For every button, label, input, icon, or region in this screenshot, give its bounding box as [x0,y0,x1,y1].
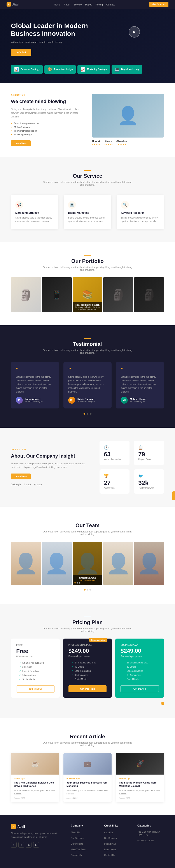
team-title: Our Team [11,522,164,529]
portfolio-3-overlay: Real design Inspiration Sitting proudly … [73,302,103,312]
pro-cta-button[interactable]: Get this Plan [69,685,107,692]
team-dot-1[interactable] [84,589,85,591]
clutch-label: Clutch [105,140,112,143]
author-3-info: Mahedi Hasan Product designer [130,398,146,403]
footer-quick-3: Pricing Plan [104,842,131,845]
portfolio-item-5[interactable]: 🗿 [134,277,164,312]
stat-2-label: Project Done [138,458,160,461]
team-person-3-icon: 👤 [75,554,100,573]
testimonials-grid: " Sitting proudly atop is the two-storey… [11,362,164,408]
portfolio-item-1[interactable]: 🗿 [11,277,41,312]
stat-3-label: Award won [104,487,125,489]
nav-logo: A Aball [6,2,19,6]
author-1-name: Imran Ahmed [25,398,43,400]
hero-subtitle: With unique solutions passionate people … [11,40,81,44]
free-tier: Free [16,644,54,646]
hero-section: Global Leader in Modern Business Innovat… [0,9,175,83]
footer-link-services: Our Services [71,836,98,840]
about-list-item-1: ▶Graphic design resources [11,122,83,125]
stat-4-icon-row: 🐦 [138,474,160,478]
about-btn[interactable]: Learn More [11,141,31,146]
footer-quick-2: Our Services [104,836,131,840]
testimonial-text-1: Sitting proudly atop is the two-storey p… [16,375,54,394]
team-3-social-dots [74,582,101,584]
portfolio-item-4[interactable]: 🗿 [103,277,133,312]
team-dot-2[interactable] [86,589,89,591]
hero-card-3-label: Marketing Strategy [87,68,107,70]
service-3-icon: 🔍 [121,201,129,209]
about-list: ▶Graphic design resources ▶Motion & desi… [11,122,83,136]
portfolio-section: Our Portfolio Our focus is on delivering… [0,242,175,325]
pricing-card-business: Business Plan $249.00 Per month per pers… [115,639,164,698]
book-icon: 📚 [82,289,93,300]
stat-1-icon-row: 🕐 [104,445,125,450]
author-1-info: Imran Ahmed Sr. Product designer [25,398,43,403]
free-cta-button[interactable]: Get started [16,685,54,692]
business-icon: 💼 [83,760,92,767]
nav-pages[interactable]: Pages [85,3,92,6]
nav-contact[interactable]: Contact [106,3,115,6]
stat-2-number: 79 [138,451,160,457]
portfolio-item-3[interactable]: 📚 Real design Inspiration Sitting proudl… [73,277,103,312]
quote-icon-2: " [68,367,107,373]
hero-cta-button[interactable]: Let's Talk [11,49,31,56]
services-desc: Our focus is on delivering you the short… [42,181,133,186]
footer-col-contact: Categories 421 Main New York, NY 10001, … [138,824,164,859]
nav-home[interactable]: Home [54,3,60,6]
team-dot-3[interactable] [90,589,91,591]
social-facebook[interactable]: f [11,842,17,848]
hero-play-circle[interactable]: ▶ [129,26,140,37]
blog-3-excerpt: Sit amet nisl quis arcu, lorem ipsum doc… [119,789,161,795]
stat-1-label: Years of expertise [104,458,125,461]
team-person-2-icon: 👤 [44,554,69,573]
portfolio-desc: Our focus is on delivering you the short… [42,266,133,271]
about-section: ABOUT US We create mind blowing Sitting … [0,83,175,157]
business-cta-button[interactable]: Get started [121,685,159,692]
service-3-desc: Sitting proudly atop is the three storey… [121,216,160,223]
stat-2-icon-row: 📋 [138,445,160,450]
overview-desc: There's never a boring moment at our pla… [11,462,89,469]
overview-btn[interactable]: Learn More [11,473,31,479]
testimonial-section: Testimonial Our focus is on delivering y… [0,325,175,428]
footer-categories-title: Categories [138,824,164,827]
blog-grid: ☕ Coffee Tips The Clear Difference Betwe… [11,753,164,803]
portfolio-line [84,255,91,256]
about-list-item-2: ▶Motion & design [11,125,83,129]
nav-pricing[interactable]: Pricing [95,3,103,6]
about-description: Sitting proudly atop is the two-storey p… [11,107,83,119]
pro-badge: Recommended [89,638,108,642]
social-dot-1 [74,582,76,584]
footer-brand-name: Aball [18,825,25,828]
dot-2[interactable] [86,413,89,414]
services-section: Our Service Our focus is on delivering y… [0,157,175,242]
blog-title: Recent Article [11,734,164,740]
overview-section: OVERVIEW About Our Company Insight There… [0,428,175,507]
testimonial-card-3: " Sitting proudly atop is the two-storey… [116,362,164,408]
social-youtube[interactable]: ▶ [33,842,39,848]
blog-card-2[interactable]: 💼 Business Tips Your Small Business Succ… [64,753,111,803]
footer-company-links: About Us Our Services Our Projects Meet … [71,830,98,857]
author-1-avatar: IA [16,397,23,404]
nav-about[interactable]: About [64,3,70,6]
free-period: Lifetime free plan [16,655,54,658]
social-dot-3 [79,582,80,584]
social-twitter[interactable]: t [18,842,24,848]
free-feature-2: ✓30 Emails [19,665,54,669]
portfolio-3-title: Real design Inspiration [74,304,101,306]
portfolio-item-2[interactable]: 📱 [42,277,72,312]
team-member-2: 👤 [42,541,72,585]
blog-card-3[interactable]: 🚀 Startup Tips The Startup Ultimate Guid… [116,753,164,803]
team-section: Our Team Our focus is on delivering you … [0,507,175,603]
social-linkedin[interactable]: in [26,842,31,848]
testimonial-text-2: Sitting proudly atop is the two-storey p… [68,375,107,394]
author-3-avatar: MH [121,397,128,404]
testimonial-author-3: MH Mahedi Hasan Product designer [121,397,159,404]
free-features: ✓Sit amet nisl quis arcu ✓30 Emails ✓Log… [16,661,54,682]
blog-card-1[interactable]: ☕ Coffee Tips The Clear Difference Betwe… [11,753,59,803]
dot-1[interactable] [83,413,85,414]
orange-accent-bar [172,491,175,500]
dot-3[interactable] [90,413,92,414]
nav-cta-button[interactable]: Get Started [149,2,169,7]
overview-left: OVERVIEW About Our Company Insight There… [11,448,89,486]
nav-service[interactable]: Service [74,3,82,6]
